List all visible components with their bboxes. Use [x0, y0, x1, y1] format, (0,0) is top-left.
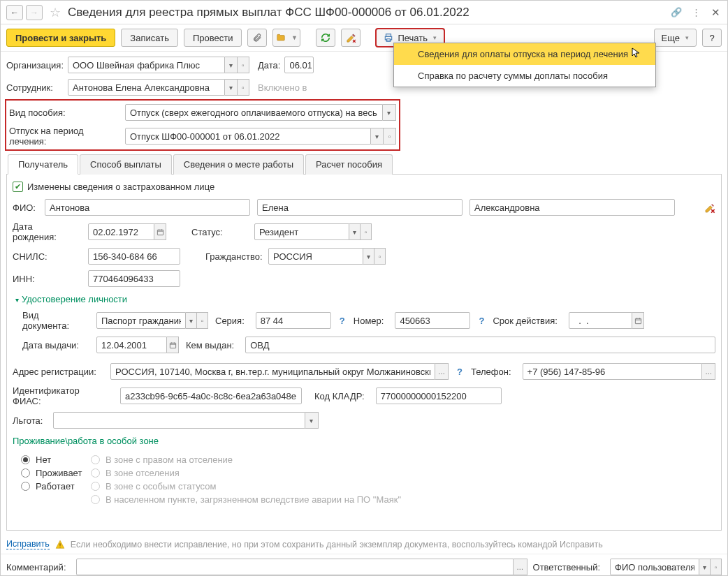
reset-person-icon[interactable]: [704, 202, 715, 214]
svg-rect-3: [635, 318, 641, 323]
address-field[interactable]: [110, 363, 435, 380]
phone-label: Телефон:: [471, 367, 516, 377]
open-icon[interactable]: ▫: [238, 79, 249, 96]
employee-label: Сотрудник:: [6, 82, 68, 93]
dob-label: Дата рождения:: [13, 221, 81, 242]
dropdown-icon[interactable]: ▾: [225, 79, 237, 96]
date-label: Дата:: [258, 60, 284, 71]
included-label: Включено в: [258, 82, 311, 93]
help-icon[interactable]: ?: [456, 367, 464, 377]
number-field[interactable]: [395, 312, 470, 329]
responsible-label: Ответственный:: [533, 562, 604, 573]
doc-kind-field[interactable]: [96, 312, 186, 329]
first-name-field[interactable]: [257, 199, 463, 216]
kladr-field[interactable]: [376, 387, 502, 404]
issued-by-field[interactable]: [245, 337, 715, 353]
inn-label: ИНН:: [13, 274, 81, 284]
open-icon[interactable]: ▫: [374, 248, 386, 265]
organization-field[interactable]: [68, 57, 225, 73]
favorite-icon[interactable]: ☆: [50, 5, 61, 20]
status-field[interactable]: [254, 223, 349, 240]
zone-group-title: Проживание\работа в особой зоне: [13, 436, 715, 446]
changed-checkbox[interactable]: ✔: [13, 182, 23, 192]
kebab-menu-icon[interactable]: ⋮: [690, 7, 702, 17]
tab-calc[interactable]: Расчет пособия: [305, 154, 393, 175]
last-name-field[interactable]: [45, 199, 250, 216]
chevron-down-icon: ▾: [685, 34, 689, 41]
refresh-icon: [321, 33, 330, 43]
dropdown-icon[interactable]: ▾: [305, 412, 319, 429]
tab-workplace[interactable]: Сведения о месте работы: [173, 154, 304, 175]
citizenship-field[interactable]: [268, 248, 363, 265]
benefit-kind-field[interactable]: [125, 104, 383, 121]
help-icon[interactable]: ?: [477, 316, 486, 326]
dropdown-icon[interactable]: ▾: [383, 104, 396, 121]
snils-field[interactable]: [88, 248, 180, 265]
dropdown-icon[interactable]: ▾: [699, 559, 711, 575]
comment-field[interactable]: [76, 559, 514, 575]
zone-no-radio[interactable]: Нет: [21, 455, 82, 465]
zone-works-radio[interactable]: Работает: [21, 481, 82, 492]
more-button-label: Еще: [662, 33, 680, 43]
refresh-button[interactable]: [316, 29, 335, 47]
series-field[interactable]: [256, 312, 331, 329]
help-icon[interactable]: ?: [338, 316, 347, 326]
identity-group-toggle[interactable]: ▾Удостоверение личности: [15, 294, 715, 304]
employee-field[interactable]: [68, 79, 225, 96]
address-label: Адрес регистрации:: [13, 367, 103, 377]
phone-field[interactable]: [523, 363, 703, 380]
calendar-icon[interactable]: [167, 337, 179, 353]
post-and-close-button[interactable]: Провести и закрыть: [6, 29, 115, 47]
print-menu-item-calc-ref[interactable]: Справка по расчету суммы доплаты пособия: [394, 65, 655, 87]
dropdown-icon[interactable]: ▾: [349, 223, 361, 240]
tab-payment[interactable]: Способ выплаты: [80, 154, 172, 175]
close-icon[interactable]: ✕: [709, 6, 722, 19]
write-button[interactable]: Записать: [121, 29, 178, 47]
post-button[interactable]: Провести: [184, 29, 242, 47]
nav-back-button[interactable]: ←: [6, 5, 23, 20]
ellipsis-icon[interactable]: …: [435, 363, 449, 380]
fix-link[interactable]: Исправить: [6, 539, 50, 549]
valid-field[interactable]: [569, 312, 632, 329]
open-icon[interactable]: ▫: [361, 223, 372, 240]
open-icon[interactable]: ▫: [238, 57, 249, 73]
open-icon[interactable]: ▫: [197, 312, 208, 329]
privilege-field[interactable]: [53, 412, 305, 429]
dropdown-icon[interactable]: ▾: [371, 128, 384, 145]
zone-mayak-radio: В населенном пункте, загрязненном вследс…: [91, 494, 401, 505]
issue-date-label: Дата выдачи:: [22, 340, 89, 350]
issue-date-field[interactable]: [96, 337, 167, 353]
dob-field[interactable]: [88, 223, 154, 240]
dropdown-icon[interactable]: ▾: [363, 248, 374, 265]
tab-recipient[interactable]: Получатель: [8, 154, 78, 175]
edit-pencil-button[interactable]: [341, 29, 361, 47]
dropdown-icon[interactable]: ▾: [225, 57, 237, 73]
fias-field[interactable]: [120, 387, 302, 404]
ellipsis-icon[interactable]: …: [514, 559, 527, 575]
help-button[interactable]: ?: [702, 29, 722, 47]
changed-checkbox-label: Изменены сведения о застрахованном лице: [27, 182, 214, 192]
dropdown-icon[interactable]: ▾: [186, 312, 197, 329]
organization-label: Организация:: [6, 60, 68, 71]
link-icon[interactable]: 🔗: [670, 7, 683, 17]
open-icon[interactable]: ▫: [384, 128, 396, 145]
series-label: Серия:: [215, 316, 249, 326]
zone-lives-radio[interactable]: Проживает: [21, 468, 82, 478]
zone-special-radio: В зоне с особым статусом: [91, 481, 401, 492]
calendar-icon[interactable]: [632, 312, 644, 329]
date-field[interactable]: [284, 57, 314, 73]
treatment-leave-field[interactable]: [125, 128, 371, 145]
nav-forward-button[interactable]: →: [26, 5, 43, 20]
kladr-label: Код КЛАДР:: [314, 391, 369, 401]
print-menu-item-leave-info[interactable]: Сведения для оплаты отпуска на период ле…: [394, 43, 655, 65]
folder-button[interactable]: ▼: [272, 29, 300, 47]
issued-by-label: Кем выдан:: [186, 340, 238, 350]
more-button[interactable]: Еще ▾: [654, 29, 697, 47]
open-icon[interactable]: ▫: [711, 559, 722, 575]
middle-name-field[interactable]: [469, 199, 675, 216]
attach-button[interactable]: [247, 29, 267, 47]
ellipsis-icon[interactable]: …: [702, 363, 715, 380]
calendar-icon[interactable]: [154, 223, 166, 240]
inn-field[interactable]: [88, 270, 180, 287]
responsible-field[interactable]: [610, 559, 699, 575]
